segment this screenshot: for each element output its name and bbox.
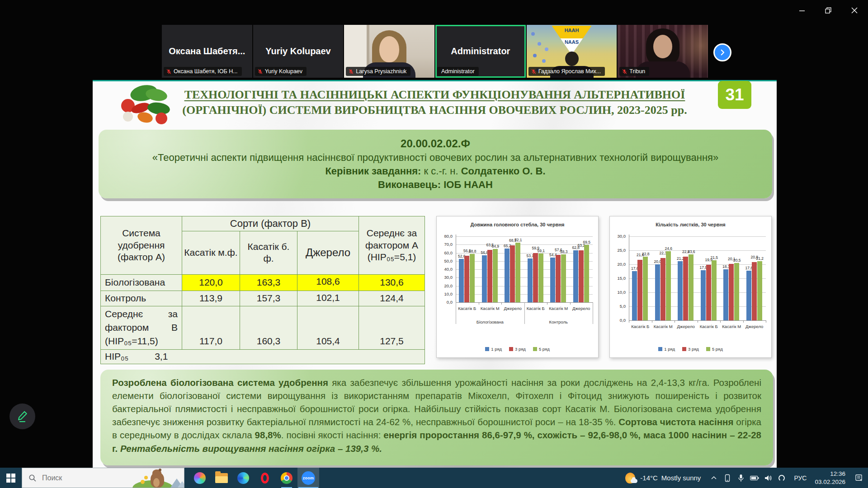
bar-series-3 <box>643 257 648 320</box>
video-tile-tribun[interactable]: Tribun <box>618 25 708 78</box>
table-cell: 113,9 <box>182 291 240 306</box>
phone-link-icon[interactable] <box>722 468 733 488</box>
y-tick-label: 0,0 <box>610 318 626 323</box>
y-tick-label: 20,0 <box>610 262 626 267</box>
taskbar-app-zoom[interactable]: zoom <box>297 468 319 488</box>
bar-series-2 <box>464 256 469 302</box>
y-tick-label: 10,0 <box>437 291 453 296</box>
bar-value-label: 72,1 <box>511 238 525 242</box>
weather-desc: Mostly sunny <box>661 474 701 482</box>
bar-series-2 <box>729 264 734 320</box>
start-button[interactable] <box>0 468 22 488</box>
y-tick-label: 15,0 <box>610 276 626 281</box>
chart-title: Кількість листків, 30 червня <box>610 222 771 227</box>
bar-series-1 <box>528 258 533 302</box>
speaker-icon[interactable] <box>762 468 774 488</box>
y-tick-label: 5,0 <box>610 304 626 309</box>
participant-label: Гадзало Ярослав Мих... <box>528 67 605 76</box>
table-cell: 108,6 <box>297 274 359 291</box>
clock[interactable]: 12:36 03.02.2026 <box>810 470 850 486</box>
x-category-label: Джерело <box>501 306 524 311</box>
search-box[interactable] <box>22 468 184 488</box>
video-strip: Оксана Шабетя...Оксана Шабетя, ІОБ Н...Y… <box>162 25 708 78</box>
video-tile-administrator[interactable]: AdministratorAdministrator <box>435 25 526 78</box>
chart-legend: 1 ряд3 ряд5 ряд <box>437 347 598 352</box>
language-indicator[interactable]: РУС <box>790 474 810 482</box>
nir-row: НІР₀₅3,1 <box>101 349 425 364</box>
chart-title: Довжина головного стебла, 30 червня <box>437 222 598 227</box>
mic-muted-icon <box>622 69 627 75</box>
participant-label: Оксана Шабетя, ІОБ Н... <box>164 67 242 76</box>
weather-widget[interactable]: -14°C Mostly sunny <box>620 472 705 484</box>
chevron-up-icon[interactable] <box>708 468 720 488</box>
annotate-button[interactable] <box>9 404 35 429</box>
chart-legend: 1 ряд3 ряд5 ряд <box>610 347 771 352</box>
file-explorer-icon <box>215 473 228 483</box>
chrome-icon <box>281 472 292 484</box>
clock-time: 12:36 <box>815 470 845 478</box>
y-tick-label: 80,0 <box>437 234 453 239</box>
project-code: 20.00.02.02.Ф <box>110 137 760 150</box>
th-kasatik-mf: Касатік м.ф. <box>182 231 240 274</box>
taskbar-app-copilot[interactable] <box>189 468 211 488</box>
zoom-icon: zoom <box>302 471 315 485</box>
bar-series-3 <box>689 254 693 320</box>
search-icon <box>28 474 37 482</box>
video-tile-hadzalo[interactable]: НААНNAASГадзало Ярослав Мих... <box>527 25 617 78</box>
x-category-label: Касатік Б <box>629 324 652 329</box>
taskbar-app-chrome[interactable] <box>276 468 297 488</box>
th-avg-a: Середнє за фактором А (НІР₀₅=5,1) <box>359 216 425 275</box>
table-cell: 127,5 <box>359 306 425 349</box>
participant-label: Larysa Prysiazhniuk <box>346 67 410 76</box>
bar-series-3 <box>734 263 739 320</box>
bar-series-1 <box>655 264 660 320</box>
results-table: Система удобрення (фактор А) Сорти (факт… <box>100 216 425 364</box>
close-icon <box>851 7 858 14</box>
taskbar-app-file-explorer[interactable] <box>211 468 232 488</box>
taskbar-app-opera[interactable] <box>254 468 276 488</box>
close-button[interactable] <box>847 4 862 17</box>
bar-series-2 <box>487 250 492 302</box>
microphone-icon[interactable] <box>735 468 747 488</box>
bar-value-label: 20,5 <box>730 258 744 263</box>
taskbar-app-edge[interactable] <box>232 468 254 488</box>
battery-icon[interactable] <box>749 468 760 488</box>
video-tile-larysa[interactable]: Larysa Prysiazhniuk <box>344 25 434 78</box>
x-category-label: Касатік М <box>479 306 502 311</box>
x-category-label: Касатік М <box>720 324 743 329</box>
bar-series-1 <box>550 258 555 302</box>
search-input[interactable] <box>41 474 129 483</box>
project-info-box: 20.00.02.02.Ф «Теоретичні аспекти підвищ… <box>99 130 772 198</box>
legend-item: 3 ряд <box>682 347 699 352</box>
y-tick-label: 60,0 <box>437 250 453 255</box>
video-tile-yuriy[interactable]: Yuriy KolupaevYuriy Kolupaev <box>253 25 344 78</box>
bar-series-3 <box>515 243 520 302</box>
table-cell: 124,4 <box>359 291 425 306</box>
th-system: Система удобрення (фактор А) <box>101 216 182 275</box>
th-kasatik-bf: Касатік б. ф. <box>240 231 297 274</box>
record-ring-icon[interactable] <box>776 468 788 488</box>
bar-series-3 <box>712 260 717 320</box>
th-sorts: Сорти (фактор В) <box>182 216 359 231</box>
y-tick-label: 70,0 <box>437 242 453 247</box>
y-tick-label: 50,0 <box>437 258 453 263</box>
bar-series-3 <box>666 251 671 320</box>
y-tick-label: 40,0 <box>437 267 453 272</box>
y-tick-label: 0,0 <box>437 300 453 305</box>
minimize-button[interactable] <box>795 4 809 17</box>
legend-item: 1 ряд <box>658 347 675 352</box>
next-participants-button[interactable] <box>713 43 731 61</box>
notification-icon <box>855 474 863 482</box>
minimize-icon <box>799 7 805 14</box>
pencil-icon <box>16 410 29 423</box>
notification-center-button[interactable] <box>850 468 868 488</box>
y-tick-label: 30,0 <box>610 234 626 239</box>
project-theme: «Теоретичні аспекти підвищення насіннєво… <box>110 152 760 164</box>
bar-series-3 <box>538 253 543 302</box>
shared-slide: 31 ТЕХНОЛОГІЧНІ ТА НАСІННИЦЬКІ АСПЕКТИ Ф… <box>93 80 777 468</box>
restore-button[interactable] <box>821 4 835 17</box>
bar-series-3 <box>757 261 762 320</box>
bar-series-3 <box>584 245 589 302</box>
video-tile-oksana[interactable]: Оксана Шабетя...Оксана Шабетя, ІОБ Н... <box>162 25 252 78</box>
bar-value-label: 21,2 <box>753 256 767 261</box>
